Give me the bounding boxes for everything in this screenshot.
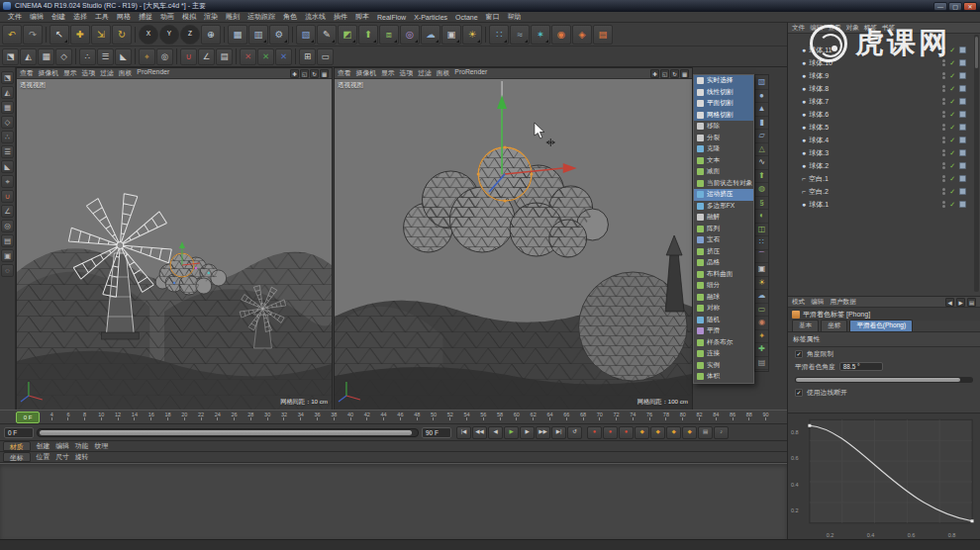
texture-mode-icon[interactable]: ▦ [1, 101, 14, 114]
snap-icon[interactable]: ∪ [1, 190, 14, 203]
add-camera-icon[interactable]: ▣ [441, 25, 461, 45]
menu-item[interactable]: 创建 [48, 12, 69, 22]
model-mode-icon[interactable]: ◭ [20, 48, 37, 65]
scrollbar[interactable] [974, 35, 979, 292]
polygons-mode-icon[interactable]: ◣ [1, 160, 14, 173]
attr-forward-icon[interactable]: ▶ [956, 298, 965, 307]
enabled-check-icon[interactable]: ✓ [949, 162, 955, 169]
popup-item[interactable]: 平滑 [694, 325, 753, 337]
menu-item[interactable]: 脚本 [351, 12, 373, 22]
octane-material-icon[interactable]: ▤ [593, 25, 613, 45]
enabled-check-icon[interactable]: ✓ [949, 175, 955, 182]
popup-item[interactable]: 文本 [694, 155, 753, 167]
palette-cloner-icon[interactable]: ∷ [755, 236, 768, 250]
popup-item[interactable]: 细分 [694, 280, 753, 292]
phong-tag-icon[interactable] [959, 85, 966, 92]
menu-item[interactable]: 流水线 [301, 12, 330, 22]
visibility-dots-icon[interactable] [942, 72, 945, 79]
angle-limit-checkbox[interactable]: ✓ [795, 350, 803, 358]
materials-menu-item[interactable]: 创建 [37, 441, 50, 451]
menu-item[interactable]: 角色 [279, 12, 301, 22]
lock-icon[interactable]: ▣ [1, 249, 14, 262]
object-manager-menu-item[interactable]: 书签 [882, 24, 895, 33]
visibility-dots-icon[interactable] [942, 85, 945, 92]
menu-item[interactable]: 工具 [91, 12, 113, 22]
popup-item[interactable]: 多边形FX [694, 201, 753, 213]
popup-item[interactable]: 样条布尔 [694, 337, 753, 349]
object-row[interactable]: ● 球体.3 ✓ [788, 146, 980, 159]
make-editable-icon[interactable]: ⬔ [1, 71, 14, 84]
phong-tag-icon[interactable] [959, 98, 966, 105]
minimize-button[interactable]: — [933, 2, 947, 11]
coordinate-system-icon[interactable]: ⊕ [201, 25, 221, 45]
menu-item[interactable]: 文件 [4, 12, 26, 22]
phong-tag-icon[interactable] [959, 59, 966, 66]
palette-character-icon[interactable]: ✚ [755, 343, 768, 357]
visibility-dots-icon[interactable] [942, 201, 945, 208]
render-picture-viewer-icon[interactable]: ▥ [248, 25, 268, 45]
add-subdivision-icon[interactable]: ◩ [338, 25, 357, 45]
viewport-menu-item[interactable]: 摄像机 [39, 68, 58, 78]
undo-icon[interactable]: ↶ [2, 25, 22, 45]
y-axis-toggle[interactable]: Y [159, 25, 179, 45]
quantize-icon[interactable]: ∠ [1, 205, 14, 218]
viewport-menu-item[interactable]: 查看 [20, 68, 34, 78]
add-modeling-icon[interactable]: ⧈ [379, 25, 399, 45]
palette-symmetry-icon[interactable]: ◫ [755, 224, 768, 237]
attribute-menu-item[interactable]: 模式 [792, 298, 805, 307]
scale-tool-icon[interactable]: ⇲ [91, 25, 111, 45]
object-row[interactable]: ● 球体.2 ✓ [788, 159, 980, 172]
enabled-check-icon[interactable]: ✓ [949, 201, 955, 208]
popup-item[interactable]: 融球 [694, 292, 753, 304]
lock-x-icon[interactable]: ✕ [240, 48, 256, 65]
curve-panel[interactable]: 0.20.40.60.8 0.80.60.40.2 [788, 413, 980, 539]
next-frame-button[interactable]: ▶ [520, 426, 535, 439]
add-spline-icon[interactable]: ✎ [317, 25, 337, 45]
viewport-canvas[interactable]: 透视视图 网格间距：10 cm [17, 79, 332, 410]
viewport-menu-item[interactable]: 面板 [119, 68, 133, 78]
viewport-menu-item[interactable]: 显示 [381, 68, 395, 78]
palette-extrude-icon[interactable]: ⬆ [755, 170, 768, 184]
menu-item[interactable]: 插件 [330, 12, 351, 22]
enabled-check-icon[interactable]: ✓ [949, 46, 955, 53]
play-button[interactable]: ▶ [504, 426, 519, 439]
palette-landscape-icon[interactable]: △ [755, 143, 768, 157]
popup-item[interactable]: 实时选择 [694, 75, 753, 87]
zoom-view-icon[interactable]: ◱ [660, 69, 669, 78]
x-axis-toggle[interactable]: X [139, 25, 158, 45]
viewport-menu-item[interactable]: 摄像机 [356, 68, 376, 78]
phong-tag-icon[interactable] [959, 124, 966, 131]
popup-item[interactable]: 线性切割 [694, 87, 753, 99]
enabled-check-icon[interactable]: ✓ [949, 149, 955, 156]
coordinates-menu-item[interactable]: 位置 [37, 452, 50, 462]
object-row[interactable]: ● 球体.4 ✓ [788, 134, 980, 146]
materials-tab[interactable]: 材质 [3, 441, 31, 451]
popup-item[interactable]: 布料曲面 [694, 269, 753, 281]
palette-sky-icon[interactable]: ☁ [755, 290, 768, 304]
object-row[interactable]: ● 球体.5 ✓ [788, 121, 980, 134]
add-light-icon[interactable]: ☀ [462, 25, 482, 45]
visibility-dots-icon[interactable] [942, 46, 945, 53]
phong-tag-icon[interactable] [959, 162, 966, 169]
polygons-mode-icon[interactable]: ◣ [115, 48, 132, 65]
object-row[interactable]: ⌐ 空白.2 ✓ [788, 185, 980, 198]
workplane-mode-icon[interactable]: ◇ [55, 48, 72, 65]
start-frame-field[interactable]: 0 F [4, 427, 34, 438]
add-environment-icon[interactable]: ☁ [421, 25, 441, 45]
materials-menu-item[interactable]: 编辑 [55, 441, 69, 451]
close-button[interactable]: ✕ [963, 2, 977, 11]
layout-toggle-icon[interactable]: ▦ [320, 69, 329, 78]
enable-snap-icon[interactable]: ∪ [180, 48, 197, 65]
playback-rate-button[interactable]: ▤ [698, 426, 713, 439]
attr-back-icon[interactable]: ◀ [945, 298, 954, 307]
prev-frame-button[interactable]: ◀ [488, 426, 503, 439]
object-row[interactable]: ● 球体.8 ✓ [788, 82, 980, 95]
palette-bend-icon[interactable]: ⌒ [755, 250, 768, 264]
viewport-menu-item[interactable]: 过滤 [100, 68, 114, 78]
coordinates-menu-item[interactable]: 旋转 [75, 452, 89, 462]
palette-tag-icon[interactable]: ▤ [755, 357, 768, 371]
prev-key-button[interactable]: ◀◀ [472, 426, 487, 439]
keyframe-position-button[interactable]: ◆ [635, 426, 649, 439]
make-editable-icon[interactable]: ⬔ [2, 48, 19, 65]
object-manager-menu-item[interactable]: 对象 [846, 24, 859, 33]
